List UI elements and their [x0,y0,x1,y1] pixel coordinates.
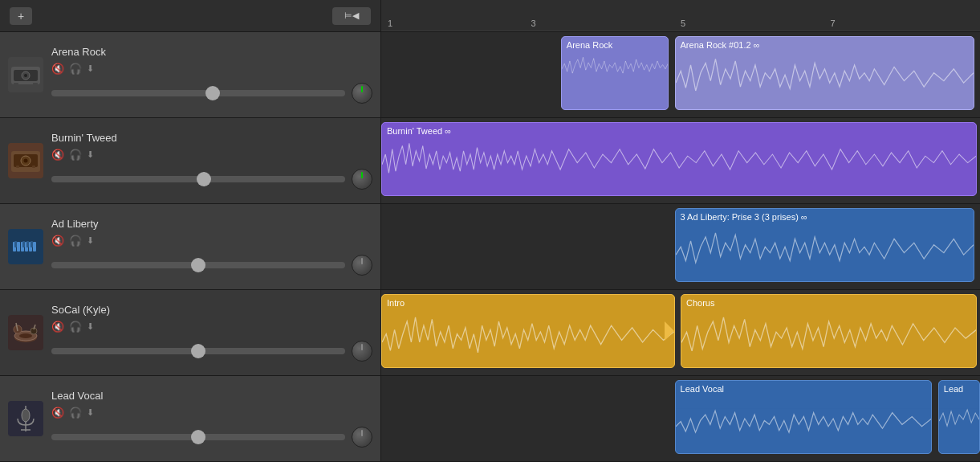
record-icon-burnin-tweed[interactable]: ⬇ [87,149,94,160]
fader-thumb-ad-liberty[interactable] [191,258,205,272]
ruler-mark-5: 5 [681,18,685,28]
mute-icon-ad-liberty[interactable]: 🔇 [51,235,64,247]
svg-rect-19 [14,241,17,247]
track-name-arena-rock: Arena Rock [51,46,372,58]
volume-knob-ad-liberty[interactable] [352,255,372,276]
track-name-ad-liberty: Ad Liberty [51,218,372,230]
track-controls-ad-liberty: 🔇 🎧 ⬇ [51,235,372,247]
record-icon-socal-kyle[interactable]: ⬇ [87,321,94,332]
track-info-burnin-tweed: Burnin' Tweed 🔇 🎧 ⬇ [51,132,372,190]
fader-row-socal-kyle [51,341,372,362]
svg-rect-11 [32,166,35,168]
clip-label-ad-liberty: 3 Ad Liberty: Prise 3 (3 prises) ∞ [681,212,807,222]
svg-point-32 [22,409,30,422]
track-name-burnin-tweed: Burnin' Tweed [51,132,372,144]
filter-button[interactable]: ⊨◀ [332,7,371,25]
timeline-row-burnin-tweed: Burnin' Tweed ∞ [381,118,980,204]
waveform-lead-vocal-main [676,397,932,454]
clip-lead-vocal-2[interactable]: Lead [938,380,980,454]
fader-row-lead-vocal [51,427,372,448]
track-controls-burnin-tweed: 🔇 🎧 ⬇ [51,149,372,161]
fader-thumb-arena-rock[interactable] [205,86,220,100]
track-controls-lead-vocal: 🔇 🎧 ⬇ [51,407,372,419]
ruler-mark-3: 3 [531,18,536,28]
track-item-arena-rock: Arena Rock 🔇 🎧 ⬇ [0,32,380,118]
fader-track-burnin-tweed[interactable] [51,176,345,182]
headphone-icon-lead-vocal[interactable]: 🎧 [69,407,82,419]
clip-label-chorus: Chorus [686,298,714,308]
track-name-lead-vocal: Lead Vocal [51,390,372,402]
clip-lead-vocal-main[interactable]: Lead Vocal [675,380,933,454]
fader-row-ad-liberty [51,255,372,276]
clip-chorus[interactable]: Chorus [681,294,977,368]
timeline-row-socal-kyle: Intro Chorus [381,290,980,376]
record-icon-arena-rock[interactable]: ⬇ [87,63,94,74]
clip-ad-liberty[interactable]: 3 Ad Liberty: Prise 3 (3 prises) ∞ [675,208,974,282]
fader-track-arena-rock[interactable] [51,90,345,96]
clip-label-intro: Intro [387,298,405,308]
track-info-arena-rock: Arena Rock 🔇 🎧 ⬇ [51,46,372,104]
svg-rect-10 [16,166,19,168]
svg-rect-21 [26,241,29,247]
fader-thumb-lead-vocal[interactable] [191,430,205,444]
svg-rect-20 [22,241,25,247]
waveform-chorus [681,311,976,368]
svg-rect-14 [17,242,20,251]
mute-icon-arena-rock[interactable]: 🔇 [51,63,64,75]
track-controls-socal-kyle: 🔇 🎧 ⬇ [51,321,372,333]
timeline-panel: 1 3 5 7 Arena Rock Arena Rock #01.2 ∞ [381,0,980,462]
volume-knob-arena-rock[interactable] [352,83,372,104]
clip-label-lead-vocal-main: Lead Vocal [681,384,724,394]
fader-track-lead-vocal[interactable] [51,434,345,440]
add-track-button[interactable]: + [10,7,32,25]
volume-knob-burnin-tweed[interactable] [352,169,372,190]
svg-rect-18 [33,242,36,251]
fader-thumb-burnin-tweed[interactable] [197,172,211,186]
track-controls-arena-rock: 🔇 🎧 ⬇ [51,63,372,75]
clip-label-burnin-tweed: Burnin' Tweed ∞ [387,126,451,136]
fader-row-arena-rock [51,83,372,104]
clip-arena-rock-1[interactable]: Arena Rock [561,36,669,110]
fader-row-burnin-tweed [51,169,372,190]
ruler-mark-7: 7 [831,18,836,28]
clip-arena-rock-2[interactable]: Arena Rock #01.2 ∞ [675,36,974,110]
track-thumb-burnin-tweed [8,143,43,178]
fader-thumb-socal-kyle[interactable] [191,344,205,358]
fader-track-socal-kyle[interactable] [51,348,345,354]
svg-rect-4 [14,83,18,85]
track-thumb-lead-vocal [8,401,43,436]
ruler-mark-1: 1 [388,18,392,28]
svg-rect-22 [30,241,33,247]
track-item-lead-vocal: Lead Vocal 🔇 🎧 ⬇ [0,376,380,462]
clip-intro[interactable]: Intro [381,294,675,368]
timeline-row-lead-vocal: Lead Vocal Lead [381,376,980,462]
clip-label-arena-rock-1: Arena Rock [567,40,612,50]
mute-icon-lead-vocal[interactable]: 🔇 [51,407,64,419]
clip-label-arena-rock-2: Arena Rock #01.2 ∞ [681,40,760,50]
fader-track-ad-liberty[interactable] [51,262,345,268]
volume-knob-lead-vocal[interactable] [352,427,372,448]
mute-icon-socal-kyle[interactable]: 🔇 [51,321,64,333]
track-item-socal-kyle: SoCal (Kyle) 🔇 🎧 ⬇ [0,290,380,376]
waveform-arena-rock-1 [562,53,668,85]
mute-icon-burnin-tweed[interactable]: 🔇 [51,149,64,161]
track-info-ad-liberty: Ad Liberty 🔇 🎧 ⬇ [51,218,372,276]
waveform-ad-liberty [676,225,974,282]
headphone-icon-arena-rock[interactable]: 🎧 [69,63,82,75]
track-item-ad-liberty: Ad Liberty 🔇 🎧 ⬇ [0,204,380,290]
record-icon-ad-liberty[interactable]: ⬇ [87,235,94,246]
waveform-arena-rock-2 [676,53,974,110]
waveform-intro [382,311,674,368]
timeline-tracks: Arena Rock Arena Rock #01.2 ∞ Burnin' Tw… [381,32,980,462]
waveform-burnin-tweed [382,139,976,190]
volume-knob-socal-kyle[interactable] [352,341,372,362]
clip-burnin-tweed[interactable]: Burnin' Tweed ∞ [381,122,977,196]
headphone-icon-burnin-tweed[interactable]: 🎧 [69,149,82,161]
track-info-lead-vocal: Lead Vocal 🔇 🎧 ⬇ [51,390,372,448]
headphone-icon-socal-kyle[interactable]: 🎧 [69,321,82,333]
headphone-icon-ad-liberty[interactable]: 🎧 [69,235,82,247]
track-list-header: + ⊨◀ [0,0,380,32]
record-icon-lead-vocal[interactable]: ⬇ [87,407,94,418]
svg-point-3 [24,74,27,77]
timeline-row-ad-liberty: 3 Ad Liberty: Prise 3 (3 prises) ∞ [381,204,980,290]
